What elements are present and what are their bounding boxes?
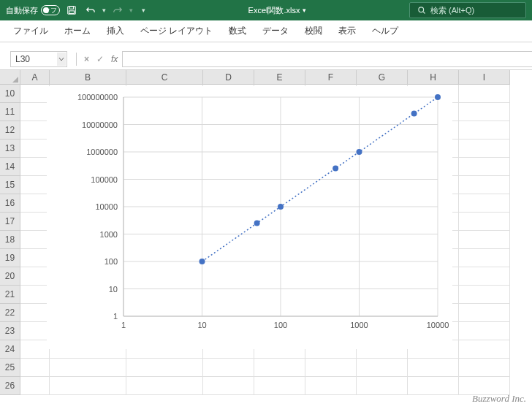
tab-pagelayout[interactable]: ページ レイアウト [140,25,213,37]
cell-C26[interactable] [126,377,203,395]
col-header-F[interactable]: F [305,70,357,85]
cell-A24[interactable] [20,340,50,359]
select-all-corner[interactable] [0,70,20,85]
cell-I11[interactable] [459,103,510,121]
row-header-12[interactable]: 12 [0,121,20,139]
cell-I14[interactable] [459,158,510,176]
col-header-A[interactable]: A [20,70,50,85]
row-header-20[interactable]: 20 [0,267,20,286]
svg-text:10: 10 [197,321,206,329]
autosave-state: オフ [44,6,57,15]
autosave-toggle[interactable]: 自動保存 オフ [6,5,60,16]
tab-view[interactable]: 表示 [338,25,356,37]
tab-file[interactable]: ファイル [13,25,48,37]
undo-dropdown-icon[interactable]: ▾ [102,7,106,14]
tab-home[interactable]: ホーム [64,25,91,37]
row-header-22[interactable]: 22 [0,304,20,322]
cell-A19[interactable] [20,249,50,267]
redo-dropdown-icon: ▾ [129,7,133,14]
cell-H26[interactable] [408,377,459,395]
cell-E25[interactable] [254,359,305,377]
tab-data[interactable]: データ [262,25,289,37]
cell-D25[interactable] [203,359,254,377]
cell-I10[interactable] [459,85,510,103]
row-header-13[interactable]: 13 [0,139,20,158]
cell-D26[interactable] [203,377,254,395]
row-header-26[interactable]: 26 [0,377,20,395]
save-icon[interactable] [64,3,79,18]
search-box[interactable]: 検索 (Alt+Q) [409,2,526,18]
cell-I17[interactable] [459,213,510,231]
title-dropdown-icon[interactable]: ▾ [303,7,306,14]
col-header-G[interactable]: G [357,70,408,85]
cell-B25[interactable] [50,359,126,377]
cell-I16[interactable] [459,194,510,213]
cell-B26[interactable] [50,377,126,395]
cell-A13[interactable] [20,139,50,158]
cell-I12[interactable] [459,121,510,139]
col-header-I[interactable]: I [459,70,510,85]
name-box-dropdown-icon[interactable] [57,53,66,66]
cell-G25[interactable] [357,359,408,377]
cell-I18[interactable] [459,231,510,249]
tab-insert[interactable]: 挿入 [107,25,124,37]
watermark-text: Buzzword Inc. [472,393,526,405]
col-header-D[interactable]: D [203,70,254,85]
row-header-24[interactable]: 24 [0,340,20,359]
row-header-11[interactable]: 11 [0,103,20,121]
cell-I19[interactable] [459,249,510,267]
cell-I20[interactable] [459,267,510,286]
cell-A23[interactable] [20,322,50,340]
col-header-B[interactable]: B [50,70,126,85]
cell-I21[interactable] [459,286,510,304]
tab-formulas[interactable]: 数式 [229,25,246,37]
cell-A12[interactable] [20,121,50,139]
cell-I24[interactable] [459,340,510,359]
row-header-10[interactable]: 10 [0,85,20,103]
cell-A22[interactable] [20,304,50,322]
name-box[interactable]: L30 [10,51,67,67]
cell-A11[interactable] [20,103,50,121]
row-header-14[interactable]: 14 [0,158,20,176]
cell-G26[interactable] [357,377,408,395]
cell-I15[interactable] [459,176,510,194]
cell-A26[interactable] [20,377,50,395]
cell-A25[interactable] [20,359,50,377]
cell-A18[interactable] [20,231,50,249]
row-header-18[interactable]: 18 [0,231,20,249]
cell-F26[interactable] [305,377,357,395]
cell-H25[interactable] [408,359,459,377]
undo-icon[interactable] [83,3,98,18]
cell-I25[interactable] [459,359,510,377]
cell-A15[interactable] [20,176,50,194]
row-header-21[interactable]: 21 [0,286,20,304]
tab-help[interactable]: ヘルプ [372,25,398,37]
row-header-16[interactable]: 16 [0,194,20,213]
cell-A17[interactable] [20,213,50,231]
cell-A21[interactable] [20,286,50,304]
svg-text:100: 100 [274,321,287,329]
cell-E26[interactable] [254,377,305,395]
cell-A14[interactable] [20,158,50,176]
cell-I22[interactable] [459,304,510,322]
row-header-23[interactable]: 23 [0,322,20,340]
cell-C25[interactable] [126,359,203,377]
cell-A10[interactable] [20,85,50,103]
col-header-E[interactable]: E [254,70,305,85]
cell-I23[interactable] [459,322,510,340]
row-header-25[interactable]: 25 [0,359,20,377]
row-header-17[interactable]: 17 [0,213,20,231]
cell-A16[interactable] [20,194,50,213]
embedded-chart[interactable]: 1101001000100001000001000000100000001000… [47,86,452,349]
formula-input[interactable] [122,51,532,67]
cell-I13[interactable] [459,139,510,158]
fx-icon[interactable]: fx [111,54,118,64]
cell-F25[interactable] [305,359,357,377]
row-header-15[interactable]: 15 [0,176,20,194]
col-header-H[interactable]: H [408,70,459,85]
cell-A20[interactable] [20,267,50,286]
tab-review[interactable]: 校閲 [305,25,322,37]
worksheet[interactable]: ABCDEFGHI 101112131415161718192021222324… [0,70,532,409]
col-header-C[interactable]: C [126,70,203,85]
row-header-19[interactable]: 19 [0,249,20,267]
